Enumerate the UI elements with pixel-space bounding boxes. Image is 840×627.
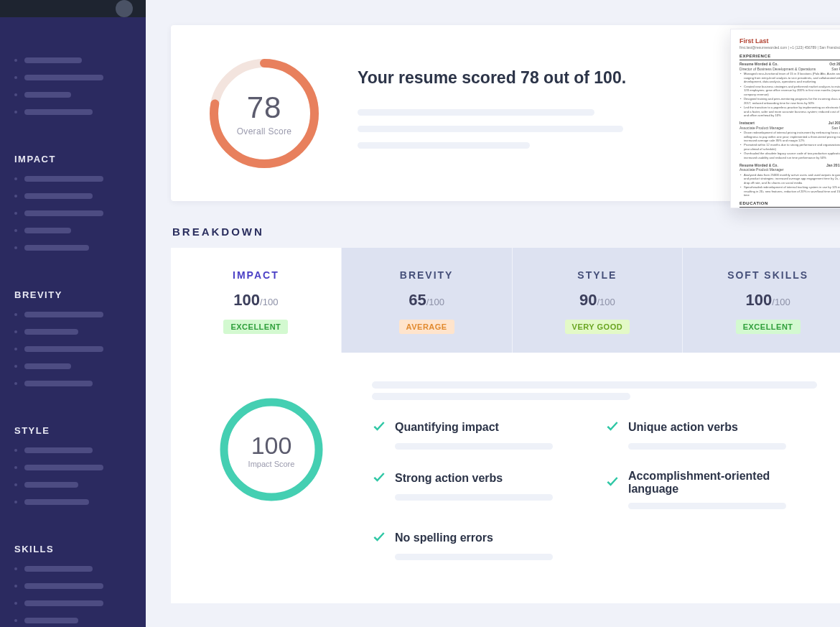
nav-item-placeholder[interactable] — [24, 447, 93, 453]
nav-item-placeholder[interactable] — [24, 363, 71, 369]
text-placeholder — [395, 443, 553, 450]
nav-item-placeholder[interactable] — [24, 381, 93, 386]
resume-contact: first.last@resumeworded.com | +1 (123) 4… — [739, 45, 840, 50]
check-icon — [372, 419, 386, 436]
check-icon — [372, 470, 386, 487]
check-unique-action-verbs[interactable]: Unique action verbs — [605, 419, 817, 450]
tab-score-denom: /100 — [597, 297, 615, 307]
breakdown-heading: BREAKDOWN — [172, 226, 840, 238]
resume-bullet: Created new business strategies and perf… — [739, 85, 840, 97]
text-placeholder — [628, 503, 786, 509]
nav-item-placeholder[interactable] — [24, 566, 93, 572]
tab-score: 100/100 — [178, 291, 334, 310]
nav-item-placeholder[interactable] — [24, 312, 103, 317]
nav-item-placeholder[interactable] — [24, 176, 103, 182]
resume-bullet: Analyzed data from 25000 monthly active … — [739, 173, 840, 185]
resume-dates: Oct 2017 – Present — [829, 62, 840, 67]
resume-dates: Jan 2013 – May 2015 — [826, 163, 840, 168]
nav-brevity-group — [0, 300, 146, 398]
check-quantifying-impact[interactable]: Quantifying impact — [372, 419, 584, 450]
resume-company: Resume Worded & Co. — [739, 163, 778, 168]
sidebar: IMPACT BREVITY STYLE SKILLS — [0, 0, 146, 627]
tab-style[interactable]: STYLE 90/100 VERY GOOD — [513, 248, 683, 353]
nav-skills-group — [0, 554, 146, 627]
resume-name: First Last — [739, 37, 840, 45]
resume-bullet: Overhauled the obsolete legacy source co… — [739, 152, 840, 159]
check-label: Quantifying impact — [395, 421, 499, 434]
tab-impact[interactable]: IMPACT 100/100 EXCELLENT — [171, 248, 342, 353]
nav-item-placeholder[interactable] — [24, 57, 82, 63]
resume-title: Associate Product Manager — [739, 167, 783, 172]
nav-heading-style[interactable]: STYLE — [0, 425, 146, 436]
resume-preview-thumbnail[interactable]: First Last first.last@resumeworded.com |… — [730, 29, 840, 208]
nav-item-placeholder[interactable] — [24, 92, 71, 98]
tab-label: IMPACT — [178, 269, 334, 281]
nav-item-placeholder[interactable] — [24, 329, 78, 335]
tab-label: SOFT SKILLS — [690, 269, 840, 281]
nav-item-placeholder[interactable] — [24, 346, 103, 352]
tab-score-denom: /100 — [426, 297, 444, 307]
text-placeholder — [628, 443, 786, 450]
check-icon — [605, 419, 620, 436]
check-accomplishment-language[interactable]: Accomplishment-oriented language — [605, 470, 817, 509]
text-placeholder — [372, 393, 630, 400]
tab-score-value: 100 — [233, 291, 260, 309]
check-label: Unique action verbs — [628, 421, 738, 434]
nav-item-placeholder[interactable] — [24, 618, 78, 623]
nav-item-placeholder[interactable] — [24, 228, 71, 233]
resume-company: Instacart — [739, 121, 755, 126]
nav-item-placeholder[interactable] — [24, 193, 93, 199]
tab-brevity[interactable]: BREVITY 65/100 AVERAGE — [342, 248, 513, 353]
impact-score-label: Impact Score — [248, 460, 295, 468]
resume-bullet: Promoted within 12 months due to strong … — [739, 143, 840, 151]
nav-heading-brevity[interactable]: BREVITY — [0, 289, 146, 300]
tab-score-denom: /100 — [772, 297, 790, 307]
overall-score-card: 78 Overall Score Your resume scored 78 o… — [171, 25, 840, 201]
tab-score-value: 90 — [579, 291, 597, 309]
nav-style-group — [0, 436, 146, 516]
nav-item-placeholder[interactable] — [24, 75, 103, 80]
check-label: Strong action verbs — [395, 472, 503, 485]
tab-score: 90/100 — [520, 291, 676, 310]
tab-label: STYLE — [520, 269, 676, 281]
overall-score-value: 78 — [247, 90, 282, 125]
check-strong-action-verbs[interactable]: Strong action verbs — [372, 470, 584, 509]
avatar[interactable] — [116, 0, 133, 17]
nav-heading-skills[interactable]: SKILLS — [0, 544, 146, 554]
nav-item-placeholder[interactable] — [24, 583, 103, 589]
sidebar-topbar — [0, 0, 146, 17]
resume-bullet: Managed cross-functional team of 15 in 3… — [739, 72, 840, 84]
resume-bullet: Spearheaded redevelopment of internal tr… — [739, 185, 840, 198]
nav-item-placeholder[interactable] — [24, 482, 78, 488]
nav-item-placeholder[interactable] — [24, 499, 89, 505]
check-label: No spelling errors — [395, 531, 493, 544]
text-placeholder — [395, 554, 553, 560]
check-no-spelling-errors[interactable]: No spelling errors — [372, 529, 584, 560]
nav-item-placeholder[interactable] — [24, 245, 89, 251]
text-placeholder — [358, 109, 594, 116]
nav-heading-impact[interactable]: IMPACT — [0, 154, 146, 164]
tab-score: 100/100 — [690, 291, 840, 310]
tab-soft-skills[interactable]: SOFT SKILLS 100/100 EXCELLENT — [683, 248, 840, 353]
resume-loc: San Francisco, CA — [831, 126, 840, 131]
tab-label: BREVITY — [349, 269, 505, 281]
tab-rating-badge: EXCELLENT — [736, 320, 801, 334]
resume-section-education: EDUCATION — [739, 200, 840, 208]
text-placeholder — [358, 142, 530, 149]
tab-score-denom: /100 — [260, 297, 278, 307]
resume-title: Associate Product Manager — [739, 126, 783, 131]
tab-rating-badge: VERY GOOD — [565, 320, 630, 334]
nav-item-placeholder[interactable] — [24, 465, 103, 470]
nav-top-group — [0, 17, 146, 126]
tab-score-value: 100 — [746, 291, 773, 309]
resume-title: Director of Business Development & Opera… — [739, 67, 816, 72]
resume-loc: San Francisco, CA — [831, 67, 840, 72]
check-icon — [372, 529, 386, 547]
nav-item-placeholder[interactable] — [24, 600, 103, 606]
check-icon — [605, 474, 620, 491]
impact-score-ring: 100 Impact Score — [200, 381, 343, 560]
nav-item-placeholder[interactable] — [24, 210, 103, 216]
nav-item-placeholder[interactable] — [24, 109, 93, 115]
text-placeholder — [372, 381, 817, 389]
impact-score-value: 100 — [251, 432, 292, 460]
